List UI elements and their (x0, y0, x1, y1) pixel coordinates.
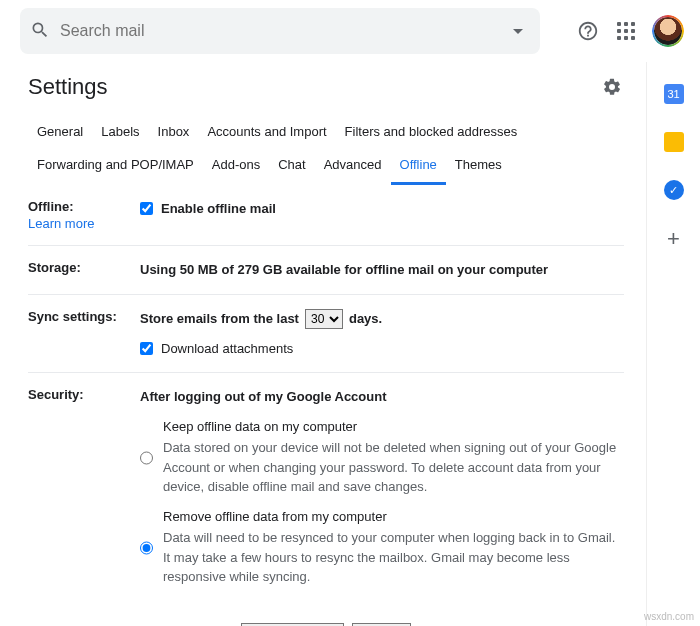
search-options-dropdown[interactable] (506, 19, 530, 43)
security-heading: After logging out of my Google Account (140, 387, 624, 407)
apps-icon[interactable] (614, 19, 638, 43)
tab-themes[interactable]: Themes (446, 151, 511, 185)
remove-data-radio[interactable] (140, 509, 153, 587)
tab-accounts[interactable]: Accounts and Import (198, 118, 335, 149)
save-button[interactable]: Save Changes (241, 623, 344, 627)
enable-offline-label: Enable offline mail (161, 199, 276, 219)
help-icon[interactable] (576, 19, 600, 43)
search-box[interactable] (20, 8, 540, 54)
tab-offline[interactable]: Offline (391, 151, 446, 185)
search-icon (30, 20, 50, 43)
remove-data-desc: Data will need to be resynced to your co… (163, 528, 624, 587)
watermark: wsxdn.com (644, 611, 694, 622)
side-panel: 31 ✓ + (646, 62, 700, 626)
top-bar (0, 0, 700, 62)
download-attachments-row[interactable]: Download attachments (140, 339, 624, 359)
sync-suffix: days. (349, 309, 382, 329)
security-label: Security: (28, 387, 84, 402)
sync-days-select[interactable]: 30 (305, 309, 343, 329)
download-attachments-checkbox[interactable] (140, 342, 153, 355)
top-icons (576, 15, 684, 47)
section-offline: Offline: Learn more Enable offline mail (28, 185, 624, 246)
keep-data-desc: Data stored on your device will not be d… (163, 438, 624, 497)
settings-content: Settings General Labels Inbox Accounts a… (0, 62, 646, 626)
add-addon-icon[interactable]: + (667, 228, 680, 250)
tasks-icon[interactable]: ✓ (664, 180, 684, 200)
section-storage: Storage: Using 50 MB of 279 GB available… (28, 246, 624, 295)
offline-label: Offline: (28, 199, 74, 214)
sync-label: Sync settings: (28, 309, 117, 324)
learn-more-link[interactable]: Learn more (28, 216, 94, 231)
tab-filters[interactable]: Filters and blocked addresses (336, 118, 527, 149)
tab-addons[interactable]: Add-ons (203, 151, 269, 185)
tab-inbox[interactable]: Inbox (149, 118, 199, 149)
keep-data-radio[interactable] (140, 419, 153, 497)
download-attachments-label: Download attachments (161, 339, 293, 359)
calendar-icon[interactable]: 31 (664, 84, 684, 104)
enable-offline-checkbox[interactable] (140, 202, 153, 215)
account-avatar[interactable] (652, 15, 684, 47)
keep-icon[interactable] (664, 132, 684, 152)
sync-prefix: Store emails from the last (140, 309, 299, 329)
page-title: Settings (28, 74, 108, 100)
cancel-button[interactable]: Cancel (352, 623, 410, 627)
tab-forwarding[interactable]: Forwarding and POP/IMAP (28, 151, 203, 185)
keep-data-title: Keep offline data on my computer (163, 417, 624, 437)
tab-general[interactable]: General (28, 118, 92, 149)
section-security: Security: After logging out of my Google… (28, 373, 624, 611)
search-input[interactable] (50, 22, 506, 40)
enable-offline-row[interactable]: Enable offline mail (140, 199, 624, 219)
tab-chat[interactable]: Chat (269, 151, 314, 185)
remove-data-title: Remove offline data from my computer (163, 507, 624, 527)
tab-labels[interactable]: Labels (92, 118, 148, 149)
gear-icon[interactable] (600, 75, 624, 99)
storage-label: Storage: (28, 260, 81, 275)
section-sync: Sync settings: Store emails from the las… (28, 295, 624, 374)
tab-advanced[interactable]: Advanced (315, 151, 391, 185)
button-row: Save Changes Cancel (28, 623, 624, 627)
settings-tabs: General Labels Inbox Accounts and Import… (28, 118, 624, 149)
settings-tabs-row2: Forwarding and POP/IMAP Add-ons Chat Adv… (28, 151, 624, 185)
storage-text: Using 50 MB of 279 GB available for offl… (140, 262, 548, 277)
